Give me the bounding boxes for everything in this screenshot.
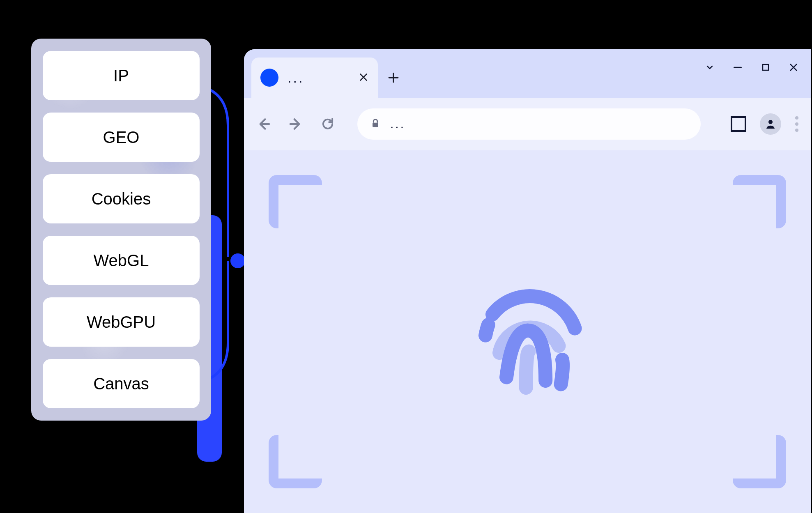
svg-rect-3: [763, 64, 768, 70]
back-button[interactable]: [253, 113, 274, 135]
fp-item-geo[interactable]: GEO: [43, 113, 200, 162]
fp-item-label: IP: [113, 67, 129, 85]
maximize-icon: [761, 62, 771, 72]
arrow-left-icon: [255, 116, 272, 132]
maximize-button[interactable]: [758, 60, 773, 75]
extension-button[interactable]: [728, 113, 749, 135]
window-controls: [702, 60, 801, 75]
forward-button[interactable]: [285, 113, 306, 135]
minimize-button[interactable]: [730, 60, 745, 75]
close-icon: [358, 72, 369, 83]
profile-button[interactable]: [760, 113, 781, 135]
fp-item-webgl[interactable]: WebGL: [43, 236, 200, 285]
scan-corner-icon: [269, 175, 322, 228]
svg-rect-4: [373, 123, 378, 127]
reload-icon: [320, 116, 336, 132]
lock-icon: [370, 117, 381, 131]
reload-button[interactable]: [317, 113, 338, 135]
fp-item-ip[interactable]: IP: [43, 51, 200, 100]
fp-item-cookies[interactable]: Cookies: [43, 174, 200, 223]
fp-item-label: GEO: [103, 128, 140, 147]
fp-item-label: Canvas: [93, 375, 149, 393]
user-icon: [764, 118, 777, 130]
dot-icon: [795, 122, 798, 126]
address-bar[interactable]: ...: [357, 108, 701, 140]
tab-strip: ...: [244, 49, 811, 98]
scan-corner-icon: [733, 435, 786, 488]
tab-title: ...: [288, 70, 349, 86]
scan-corner-icon: [269, 435, 322, 488]
fp-item-label: Cookies: [92, 190, 151, 208]
menu-button[interactable]: [792, 116, 802, 132]
browser-tab[interactable]: ...: [251, 58, 378, 98]
fp-item-canvas[interactable]: Canvas: [43, 359, 200, 408]
window-dropdown-button[interactable]: [702, 60, 717, 75]
fingerprint-components-panel: IP GEO Cookies WebGL WebGPU Canvas: [31, 39, 211, 421]
fp-item-webgpu[interactable]: WebGPU: [43, 297, 200, 347]
panel-shadow-accent: [197, 215, 222, 462]
dot-icon: [795, 129, 798, 132]
new-tab-button[interactable]: [382, 58, 405, 98]
fp-item-label: WebGPU: [87, 313, 156, 331]
svg-point-5: [768, 120, 773, 124]
close-window-button[interactable]: [786, 60, 801, 75]
close-tab-button[interactable]: [358, 70, 369, 86]
svg-point-2: [230, 253, 245, 268]
tab-favicon-icon: [260, 69, 278, 87]
toolbar: ...: [244, 98, 811, 150]
arrow-right-icon: [288, 116, 304, 132]
plus-icon: [387, 71, 400, 84]
close-icon: [788, 62, 799, 73]
fp-item-label: WebGL: [94, 251, 149, 270]
browser-viewport: [244, 150, 811, 513]
scan-corner-icon: [733, 175, 786, 228]
url-text: ...: [390, 117, 405, 131]
fingerprint-icon: [458, 262, 597, 402]
minimize-icon: [732, 62, 743, 73]
extension-icon: [731, 116, 746, 132]
browser-window: ...: [244, 49, 811, 513]
chevron-down-icon: [705, 62, 715, 72]
dot-icon: [795, 116, 798, 120]
